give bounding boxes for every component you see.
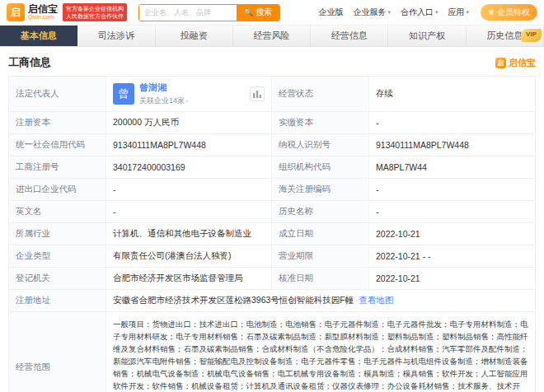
section-header: 工商信息 启 启信宝 bbox=[0, 47, 544, 76]
field-value: 合肥市经济开发区市场监督管理局 bbox=[106, 268, 272, 289]
field-label: 统一社会信用代码 bbox=[9, 134, 106, 156]
tab-investment-financing[interactable]: 投融资 bbox=[156, 26, 233, 46]
qixin-watermark-icon: 启 bbox=[495, 58, 506, 68]
field-value: - bbox=[369, 201, 535, 222]
tab-intellectual-property[interactable]: 知识产权 bbox=[388, 26, 466, 46]
field-label: 纳税人识别号 bbox=[272, 134, 369, 156]
field-value: 2022-10-21 bbox=[369, 223, 535, 245]
field-label: 营业期限 bbox=[272, 245, 369, 267]
vip-badge[interactable]: VIP bbox=[521, 29, 542, 42]
table-row: 经营范围 一般项目：货物进出口；技术进出口；电池制造；电池销售；电子元器件制造；… bbox=[9, 312, 535, 392]
vip-privilege-button[interactable]: ♛ 会员特权 bbox=[481, 4, 537, 21]
table-row: 登记机关 合肥市经济开发区市场监督管理局 核准日期 2022-10-21 bbox=[9, 268, 535, 290]
table-row: 注册资本 200000 万人民币 实缴资本 - bbox=[9, 112, 535, 134]
field-value: 计算机、通信和其他电子设备制造业 bbox=[106, 223, 272, 245]
tab-bar: 基本信息 司法涉诉 投融资 经营风险 经营信息 知识产权 历史信息 VIP bbox=[0, 25, 544, 47]
brand-name: 启信宝 bbox=[28, 4, 58, 14]
search-button-label: 搜索 bbox=[256, 7, 272, 18]
field-label: 组织机构代码 bbox=[272, 156, 369, 178]
field-label: 经营状态 bbox=[272, 77, 369, 111]
nav-enterprise-services[interactable]: 企业服务 ▾ bbox=[353, 7, 391, 18]
search-icon: 🔍 bbox=[244, 9, 253, 16]
slogan-line-2: 人民数据官方合作伙伴 bbox=[66, 12, 124, 20]
tab-basic-info[interactable]: 基本信息 bbox=[0, 26, 77, 46]
field-value: 存续 bbox=[369, 77, 535, 111]
field-label: 海关注册编码 bbox=[272, 179, 369, 200]
tab-judicial-litigation[interactable]: 司法涉诉 bbox=[77, 26, 155, 46]
field-label: 成立日期 bbox=[272, 223, 369, 245]
field-value: 2022-10-21 - - bbox=[369, 245, 535, 267]
field-value: 91340111MA8PL7W448 bbox=[106, 134, 272, 156]
field-label: 注册地址 bbox=[9, 290, 106, 311]
equity-chart-icon[interactable] bbox=[250, 86, 265, 101]
nav-enterprise-edition[interactable]: 企业版 bbox=[318, 7, 343, 18]
table-row: 英文名 - 历史名称 - bbox=[9, 201, 535, 223]
field-label: 企业类型 bbox=[9, 245, 106, 267]
qixin-logo[interactable]: 启 启信宝 Qixin.com bbox=[7, 3, 58, 21]
field-value: - bbox=[106, 201, 272, 222]
top-header: 启 启信宝 Qixin.com 官方备案企业征信机构 人民数据官方合作伙伴 🔍 … bbox=[0, 0, 544, 25]
field-label: 历史名称 bbox=[272, 201, 369, 222]
logo-text: 启信宝 Qixin.com bbox=[28, 4, 58, 21]
chevron-down-icon: ▾ bbox=[466, 9, 469, 16]
field-value: - bbox=[106, 179, 272, 200]
qixin-watermark: 启 启信宝 bbox=[495, 57, 536, 69]
crown-icon: ♛ bbox=[488, 9, 495, 16]
field-value: 2022-10-21 bbox=[369, 268, 535, 289]
field-value: - bbox=[369, 112, 535, 133]
slogan-line-1: 官方备案企业征信机构 bbox=[66, 5, 124, 12]
field-label: 登记机关 bbox=[9, 268, 106, 289]
business-info-table: 法定代表人 曾 曾澍湘 关联企业14家 › 经营状态 存续 注册资本 bbox=[8, 76, 536, 392]
official-slogan: 官方备案企业征信机构 人民数据官方合作伙伴 bbox=[63, 3, 127, 21]
qixin-watermark-label: 启信宝 bbox=[509, 57, 536, 69]
table-row: 工商注册号 340172400003169 组织机构代码 MA8PL7W44 bbox=[9, 156, 535, 179]
related-companies-label: 关联企业14家 bbox=[139, 96, 185, 106]
field-label: 注册资本 bbox=[9, 112, 106, 133]
legal-rep-name-link[interactable]: 曾澍湘 bbox=[139, 82, 188, 94]
table-row: 法定代表人 曾 曾澍湘 关联企业14家 › 经营状态 存续 bbox=[9, 77, 535, 112]
registered-address-cell: 安徽省合肥市经济技术开发区莲松路3963号恒创智能科技园F幢 查看地图 bbox=[106, 290, 535, 311]
field-label: 法定代表人 bbox=[9, 77, 106, 111]
search-button[interactable]: 🔍 搜索 bbox=[237, 5, 279, 21]
field-label: 经营范围 bbox=[9, 312, 106, 392]
chevron-right-icon: › bbox=[185, 97, 188, 105]
legal-rep-text: 曾澍湘 关联企业14家 › bbox=[139, 82, 188, 106]
search-bar: 🔍 搜索 bbox=[138, 4, 280, 21]
field-label: 核准日期 bbox=[272, 268, 369, 289]
legal-rep-avatar[interactable]: 曾 bbox=[113, 83, 134, 105]
nav-apps[interactable]: 应用 ▾ bbox=[448, 7, 469, 18]
table-row: 进出口企业代码 - 海关注册编码 - bbox=[9, 179, 535, 201]
header-nav: 企业版 企业服务 ▾ 合作入口 ▾ 应用 ▾ bbox=[318, 7, 469, 18]
search-input[interactable] bbox=[139, 5, 237, 21]
table-row: 统一社会信用代码 91340111MA8PL7W448 纳税人识别号 91340… bbox=[9, 134, 535, 156]
registered-address: 安徽省合肥市经济技术开发区莲松路3963号恒创智能科技园F幢 bbox=[113, 295, 354, 306]
related-companies-link[interactable]: 关联企业14家 › bbox=[139, 96, 188, 106]
nav-label: 合作入口 bbox=[401, 7, 434, 18]
field-label: 所属行业 bbox=[9, 223, 106, 245]
tab-operation-info[interactable]: 经营信息 bbox=[311, 26, 388, 46]
tab-operation-risk[interactable]: 经营风险 bbox=[233, 26, 311, 46]
field-label: 实缴资本 bbox=[272, 112, 369, 133]
nav-label: 应用 bbox=[448, 7, 464, 18]
field-value: 有限责任公司(港澳台法人独资) bbox=[106, 245, 272, 267]
nav-label: 企业服务 bbox=[353, 7, 386, 18]
page-title: 工商信息 bbox=[8, 55, 51, 70]
table-row: 所属行业 计算机、通信和其他电子设备制造业 成立日期 2022-10-21 bbox=[9, 223, 535, 245]
field-value: 340172400003169 bbox=[106, 156, 272, 178]
qixin-logo-icon: 启 bbox=[7, 3, 25, 21]
field-label: 工商注册号 bbox=[9, 156, 106, 178]
chevron-down-icon: ▾ bbox=[435, 9, 438, 16]
nav-label: 企业版 bbox=[318, 7, 343, 18]
table-row: 注册地址 安徽省合肥市经济技术开发区莲松路3963号恒创智能科技园F幢 查看地图 bbox=[9, 290, 535, 312]
nav-partnership[interactable]: 合作入口 ▾ bbox=[401, 7, 438, 18]
field-value: 91340111MA8PL7W448 bbox=[369, 134, 535, 156]
business-scope: 一般项目：货物进出口；技术进出口；电池制造；电池销售；电子元器件制造；电子元器件… bbox=[106, 312, 535, 392]
table-row: 企业类型 有限责任公司(港澳台法人独资) 营业期限 2022-10-21 - - bbox=[9, 245, 535, 268]
vip-button-label: 会员特权 bbox=[497, 7, 530, 18]
field-label: 英文名 bbox=[9, 201, 106, 222]
field-value: MA8PL7W44 bbox=[369, 156, 535, 178]
field-label: 进出口企业代码 bbox=[9, 179, 106, 200]
view-map-link[interactable]: 查看地图 bbox=[359, 295, 393, 306]
field-value: - bbox=[369, 179, 535, 200]
field-value: 200000 万人民币 bbox=[106, 112, 272, 133]
